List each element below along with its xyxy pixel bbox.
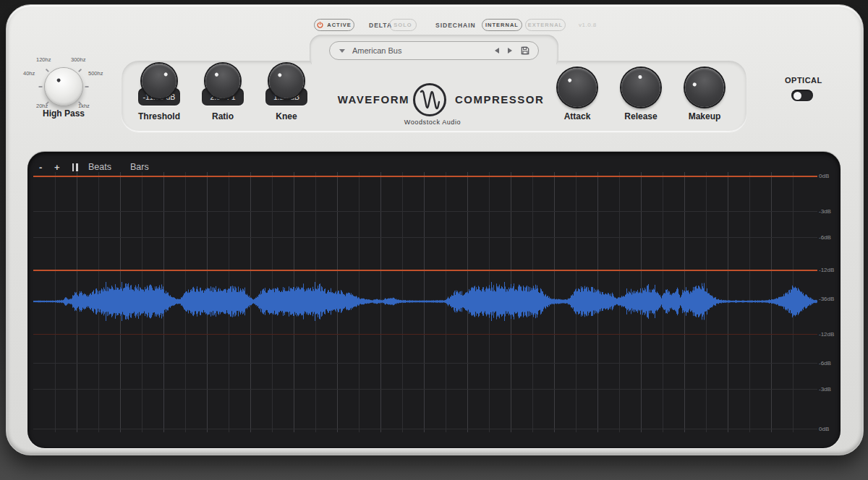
highpass-knob-indicator [56, 77, 61, 82]
logo-word-left: WAVEFORM [337, 93, 409, 106]
highpass-title: High Pass [35, 108, 93, 119]
makeup-knob-indicator [692, 82, 697, 86]
beats-button[interactable]: Beats [88, 162, 111, 172]
threshold-knob-indicator [163, 72, 168, 77]
preset-selector[interactable]: American Bus [329, 41, 539, 60]
db-scale-label: 0dB [819, 426, 839, 432]
db-scale-label: -6dB [819, 360, 839, 367]
highpass-freq-300: 300hz [71, 56, 85, 63]
threshold-label: Threshold [130, 111, 188, 121]
preset-dropdown-icon[interactable] [339, 49, 345, 53]
highpass-freq-120: 120hz [36, 56, 51, 63]
power-icon [317, 22, 323, 28]
makeup-label: Makeup [676, 111, 733, 121]
logo-word-right: COMPRESSOR [455, 93, 544, 106]
waveform [33, 276, 817, 327]
preset-name: American Bus [352, 46, 495, 55]
ratio-knob-indicator [213, 72, 218, 77]
optical-label: OPTICAL [785, 76, 822, 85]
ratio-knob[interactable] [205, 64, 240, 98]
attack-label: Attack [548, 111, 606, 121]
plugin-window: ACTIVE DELTA SOLO SIDECHAIN INTERNAL EXT… [0, 0, 868, 480]
logo-w-icon [415, 85, 444, 114]
knee-label: Knee [258, 111, 315, 121]
ratio-label: Ratio [194, 111, 252, 121]
attack-knob[interactable] [558, 68, 597, 107]
makeup-knob[interactable] [685, 68, 724, 107]
logo-subtitle: Woodstock Audio [375, 119, 490, 126]
preset-save-icon[interactable] [521, 46, 529, 55]
zoom-out-button[interactable]: - [39, 162, 42, 173]
version-text: v1.0.8 [579, 22, 597, 28]
db-scale-label: -12dB [819, 331, 839, 338]
release-knob[interactable] [621, 68, 660, 107]
knee-knob[interactable] [269, 64, 304, 98]
db-scale-label: -12dB [819, 267, 839, 273]
preset-prev-icon[interactable] [495, 48, 499, 53]
knee-knob-indicator [277, 72, 282, 77]
db-scale-label: -36dB [819, 296, 839, 302]
threshold-knob[interactable] [142, 64, 176, 98]
db-scale-label: 0dB [819, 173, 839, 179]
preset-next-icon[interactable] [508, 48, 512, 53]
optical-toggle-knob [793, 92, 801, 100]
external-button[interactable]: EXTERNAL [525, 19, 566, 31]
db-scale-label: -6dB [819, 234, 839, 241]
highpass-freq-40: 40hz [23, 70, 35, 77]
db-scale-label: -3dB [819, 386, 839, 393]
attack-knob-indicator [567, 77, 572, 82]
waveform-display: - + Beats Bars 0dB-3dB-6dB-12dB-36dB-12d… [27, 152, 841, 448]
bars-button[interactable]: Bars [130, 162, 149, 172]
highpass-freq-500: 500hz [88, 70, 103, 77]
db-scale-label: -3dB [819, 208, 839, 215]
sidechain-label: SIDECHAIN [435, 22, 476, 29]
logo-mark [413, 83, 446, 116]
release-label: Release [612, 111, 670, 121]
active-button[interactable]: ACTIVE [314, 19, 354, 31]
optical-toggle[interactable] [791, 90, 813, 101]
zoom-in-button[interactable]: + [54, 162, 60, 173]
internal-button[interactable]: INTERNAL [482, 19, 522, 31]
release-knob-indicator [638, 74, 642, 78]
active-label: ACTIVE [327, 22, 352, 28]
pause-icon[interactable] [71, 163, 79, 173]
highpass-knob[interactable] [45, 68, 82, 106]
solo-button[interactable]: SOLO [389, 19, 417, 31]
